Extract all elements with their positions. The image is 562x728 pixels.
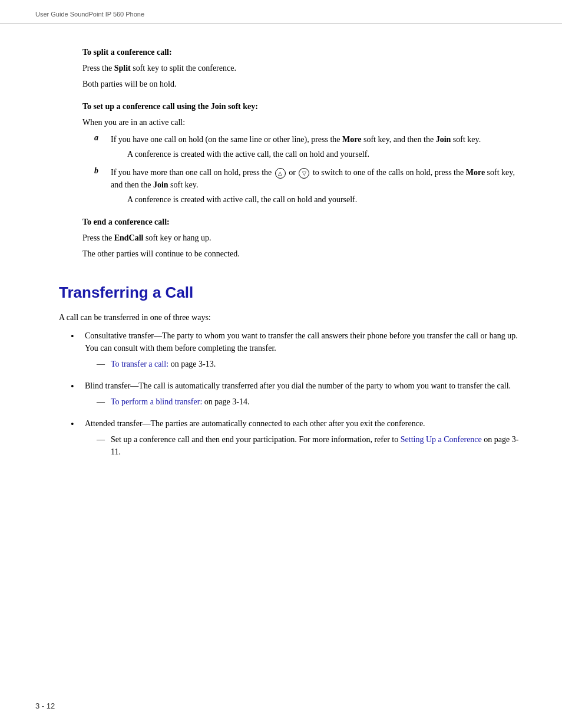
page-number: 3 - 12 xyxy=(35,701,55,710)
attended-dash: — Set up a conference call and then end … xyxy=(97,433,527,458)
split-conference-section: To split a conference call: Press the Sp… xyxy=(82,48,527,90)
consultative-dash: — To transfer a call: on page 3-13. xyxy=(97,358,527,370)
blind-bullet: • Blind transfer—The call is automatical… xyxy=(71,380,527,411)
blind-dash: — To perform a blind transfer: on page 3… xyxy=(97,396,527,408)
page-header: User Guide SoundPoint IP 560 Phone xyxy=(0,0,562,24)
attended-text: Attended transfer—The parties are automa… xyxy=(85,419,425,428)
bullet-dot-1: • xyxy=(71,330,80,344)
bullet-dot-3: • xyxy=(71,417,80,431)
alpha-a-main: If you have one call on hold (on the sam… xyxy=(111,133,527,146)
blind-link-text: To perform a blind transfer: on page 3-1… xyxy=(111,396,527,408)
setting-up-conference-link[interactable]: Setting Up a Conference xyxy=(401,435,482,444)
blind-transfer-link[interactable]: To perform a blind transfer: xyxy=(111,397,202,406)
consultative-link-text: To transfer a call: on page 3-13. xyxy=(111,358,527,370)
consultative-text: Consultative transfer—The party to whom … xyxy=(85,331,518,353)
alpha-content-a: If you have one call on hold (on the sam… xyxy=(111,133,527,160)
main-content: To split a conference call: Press the Sp… xyxy=(0,24,562,492)
end-conference-heading: To end a conference call: xyxy=(82,218,527,227)
transfer-chapter: Transferring a Call A call can be transf… xyxy=(59,284,527,462)
split-para-2: Both parties will be on hold. xyxy=(82,78,527,90)
attended-bullet: • Attended transfer—The parties are auto… xyxy=(71,417,527,462)
dash-symbol-2: — xyxy=(97,396,106,408)
chapter-title: Transferring a Call xyxy=(59,284,527,302)
chapter-intro: A call can be transferred in one of thre… xyxy=(59,311,527,324)
end-conference-section: To end a conference call: Press the EndC… xyxy=(82,218,527,260)
dash-symbol-3: — xyxy=(97,433,106,446)
alpha-b-main: If you have more than one call on hold, … xyxy=(111,166,527,191)
blind-content: Blind transfer—The call is automatically… xyxy=(85,380,527,411)
join-conference-heading: To set up a conference call using the Jo… xyxy=(82,102,527,111)
join-conference-section: To set up a conference call using the Jo… xyxy=(82,102,527,206)
alpha-b-sub: A conference is created with active call… xyxy=(127,193,527,206)
end-para-1: Press the EndCall soft key or hang up. xyxy=(82,232,527,244)
split-conference-heading: To split a conference call: xyxy=(82,48,527,57)
nav-up-icon xyxy=(275,168,286,179)
alpha-label-b: b xyxy=(94,166,106,176)
transfer-types-list: • Consultative transfer—The party to who… xyxy=(71,330,527,462)
nav-down-icon xyxy=(299,168,309,179)
consultative-content: Consultative transfer—The party to whom … xyxy=(85,330,527,374)
alpha-content-b: If you have more than one call on hold, … xyxy=(111,166,527,206)
blind-text: Blind transfer—The call is automatically… xyxy=(85,381,511,390)
header-text: User Guide SoundPoint IP 560 Phone xyxy=(35,11,144,18)
alpha-a-sub: A conference is created with the active … xyxy=(127,148,527,160)
list-item-a: a If you have one call on hold (on the s… xyxy=(94,133,527,160)
attended-dash-text: Set up a conference call and then end yo… xyxy=(111,433,527,458)
join-intro: When you are in an active call: xyxy=(82,116,527,129)
bullet-dot-2: • xyxy=(71,380,80,394)
list-item-b: b If you have more than one call on hold… xyxy=(94,166,527,206)
consultative-bullet: • Consultative transfer—The party to who… xyxy=(71,330,527,374)
page: User Guide SoundPoint IP 560 Phone To sp… xyxy=(0,0,562,728)
end-para-2: The other parties will continue to be co… xyxy=(82,248,527,260)
split-para-1: Press the Split soft key to split the co… xyxy=(82,62,527,74)
attended-content: Attended transfer—The parties are automa… xyxy=(85,417,527,462)
transfer-call-link[interactable]: To transfer a call: xyxy=(111,360,168,368)
dash-symbol-1: — xyxy=(97,358,106,370)
page-footer: 3 - 12 xyxy=(35,701,55,710)
alpha-label-a: a xyxy=(94,133,106,143)
